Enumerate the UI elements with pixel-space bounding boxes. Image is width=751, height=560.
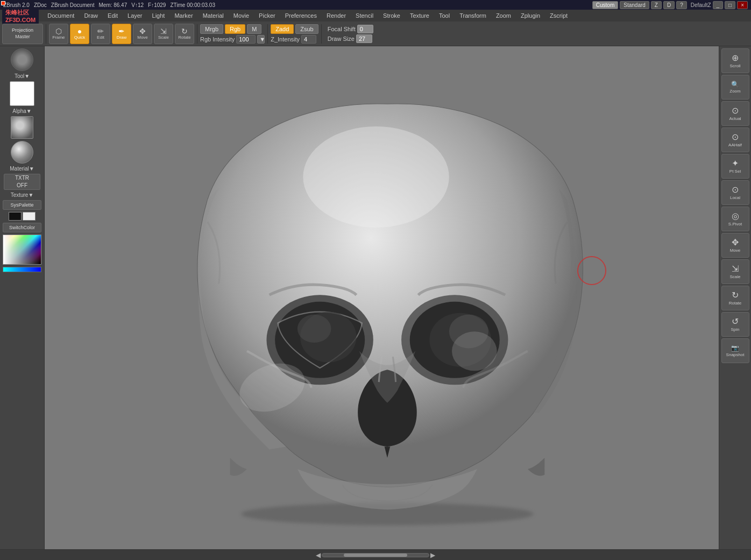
d-button[interactable]: D (663, 1, 675, 9)
maximize-button[interactable]: □ (725, 1, 735, 9)
menu-edit[interactable]: Edit (103, 11, 122, 20)
menu-zplugin[interactable]: Zplugin (516, 11, 544, 20)
zadd-btn[interactable]: Zadd (271, 24, 294, 34)
texture-label[interactable]: Texture▼ (11, 192, 34, 198)
projection-master-btn[interactable]: Projection Master (2, 24, 43, 44)
menu-document[interactable]: Document (43, 11, 79, 20)
frame-btn[interactable]: ⬡ Frame (49, 24, 68, 44)
menu-texture[interactable]: Texture (406, 11, 434, 20)
canvas-area[interactable] (45, 46, 719, 549)
txtr-off-btn[interactable]: TXTR OFF (4, 174, 40, 190)
rotate-btn[interactable]: ↻ Rotate (175, 24, 194, 44)
aahalf-icon: ⊙ (732, 132, 739, 142)
menu-stencil[interactable]: Stencil (351, 11, 378, 20)
move-icon: ✥ (139, 27, 146, 35)
draw-btn[interactable]: ✒ Draw (112, 24, 131, 44)
scroll-right-btn[interactable]: ▶ (430, 551, 435, 559)
edit-icon: ✏ (97, 27, 104, 35)
menu-light[interactable]: Light (148, 11, 169, 20)
close-button[interactable]: × (737, 1, 748, 9)
z-intensity-input[interactable] (301, 35, 316, 44)
snapshot-btn[interactable]: 📷 Snapshot (721, 338, 749, 363)
skull-render (45, 46, 719, 549)
zsub-btn[interactable]: Zsub (295, 24, 318, 34)
tool-label[interactable]: Tool▼ (15, 73, 30, 79)
material-label[interactable]: Material▼ (10, 166, 34, 172)
minimize-button[interactable]: _ (713, 1, 724, 9)
scale-btn[interactable]: ⇲ Scale (154, 24, 173, 44)
menu-preferences[interactable]: Preferences (281, 11, 321, 20)
top-right-controls: Custom Standard Z D ? DefaultZ _ □ × (592, 1, 748, 9)
zbrush-doc-label: ZBrush Document (51, 2, 95, 8)
color-swatch-white[interactable] (23, 212, 36, 221)
actual-btn[interactable]: ⊙ Actual (721, 101, 749, 126)
aahalf-btn[interactable]: ⊙ AAHalf (721, 127, 749, 152)
rgb-intensity-input[interactable] (236, 35, 256, 44)
menu-tool[interactable]: Tool (435, 11, 454, 20)
draw-size-input[interactable] (356, 34, 372, 43)
drawsize-row: Draw Size (328, 34, 373, 43)
quick-btn[interactable]: ● Quick (70, 24, 89, 44)
focal-shift-label: Focal Shift (328, 26, 356, 32)
color-picker[interactable] (3, 235, 41, 265)
move-btn[interactable]: ✥ Move (721, 233, 749, 258)
edit-btn[interactable]: ✏ Edit (91, 24, 110, 44)
mem-label: Mem: 86.47 (98, 2, 127, 8)
menu-marker[interactable]: Marker (170, 11, 197, 20)
top-row: Mrgb Rgb M (200, 24, 265, 34)
local-btn[interactable]: ⊙ Local (721, 180, 749, 205)
menu-zoom[interactable]: Zoom (492, 11, 515, 20)
menu-movie[interactable]: Movie (229, 11, 253, 20)
status-bar: ◀ ▶ (0, 549, 751, 560)
menu-transform[interactable]: Transform (455, 11, 491, 20)
menu-stroke[interactable]: Stroke (379, 11, 405, 20)
rotate-icon: ↻ (732, 290, 739, 300)
material-ball[interactable] (11, 141, 33, 164)
focal-shift-input[interactable] (357, 25, 373, 33)
svg-point-2 (303, 126, 449, 228)
rotate-btn[interactable]: ↻ Rotate (721, 286, 749, 310)
menu-material[interactable]: Material (199, 11, 228, 20)
spin-btn[interactable]: ↺ Spin (721, 312, 749, 337)
alpha-label[interactable]: Alpha▼ (12, 108, 31, 114)
spivot-btn[interactable]: ◎ S.Pivot (721, 207, 749, 231)
switch-color-btn[interactable]: SwitchColor (3, 223, 41, 232)
actual-icon: ⊙ (732, 105, 739, 116)
alpha-sphere-preview[interactable] (11, 48, 33, 71)
standard-button[interactable]: Standard (620, 1, 649, 9)
ptsel-btn[interactable]: ✦ Pt Sel (721, 154, 749, 179)
z-intensity-label: Z_Intensity (271, 36, 300, 42)
menu-picker[interactable]: Picker (254, 11, 280, 20)
color-mode-group: Mrgb Rgb M Rgb Intensity ▼ (200, 24, 265, 44)
menu-render[interactable]: Render (322, 11, 350, 20)
scroll-left-btn[interactable]: ◀ (316, 551, 321, 559)
rgb-intensity-arrow[interactable]: ▼ (257, 35, 265, 44)
alpha-preview-square[interactable] (11, 116, 33, 139)
menu-draw[interactable]: Draw (80, 11, 102, 20)
bottom-row: Rgb Intensity ▼ (200, 35, 265, 44)
main-area: Tool▼ Alpha▼ Material▼ TXTR OFF Texture▼… (0, 46, 751, 549)
custom-button[interactable]: Custom (592, 1, 618, 9)
menu-zscript[interactable]: Zscript (545, 11, 572, 20)
move-btn[interactable]: ✥ Move (133, 24, 152, 44)
color-swatch-black[interactable] (9, 212, 22, 221)
snapshot-icon: 📷 (731, 344, 739, 352)
mrgb-btn[interactable]: Mrgb (200, 24, 223, 34)
question-button[interactable]: ? (676, 1, 687, 9)
svg-point-6 (297, 315, 331, 343)
menu-layer[interactable]: Layer (123, 11, 147, 20)
toolbar-divider-3 (267, 24, 268, 44)
zadd-row: Zadd Zsub (271, 24, 318, 34)
scroll-track[interactable] (322, 553, 429, 557)
rgb-btn[interactable]: Rgb (225, 24, 245, 34)
sys-palette-btn[interactable]: SysPalette (3, 200, 41, 210)
scroll-thumb[interactable] (344, 554, 408, 557)
z-button[interactable]: Z (651, 1, 662, 9)
zoom-btn[interactable]: 🔍 Zoom (721, 75, 749, 100)
m-btn[interactable]: M (247, 24, 261, 34)
scroll-btn[interactable]: ⊕ Scroll (721, 48, 749, 73)
v-label: V↑12 (131, 2, 144, 8)
tool-preview[interactable] (10, 81, 34, 106)
color-hue-bar[interactable] (3, 267, 41, 272)
scale-btn[interactable]: ⇲ Scale (721, 259, 749, 284)
